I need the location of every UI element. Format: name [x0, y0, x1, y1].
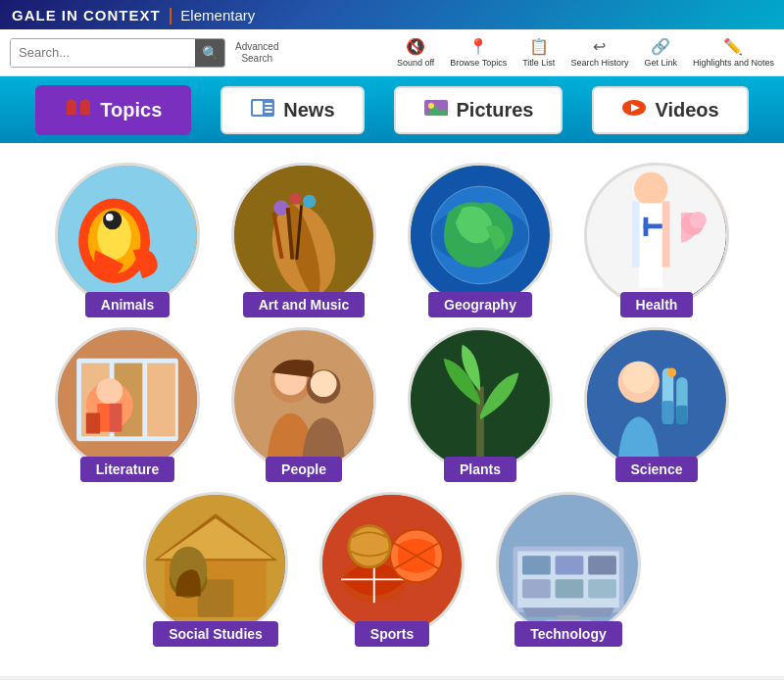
advanced-search-link[interactable]: AdvancedSearch — [235, 41, 278, 65]
technology-circle — [496, 492, 641, 637]
sound-off-label: Sound off — [397, 58, 434, 68]
toolbar-actions: 🔇 Sound off 📍 Browse Topics 📋 Title List… — [397, 37, 774, 68]
svg-rect-66 — [676, 406, 688, 424]
tab-videos[interactable]: Videos — [592, 86, 748, 134]
svg-point-62 — [622, 362, 655, 394]
search-input[interactable] — [11, 39, 195, 67]
svg-point-35 — [634, 172, 668, 207]
svg-rect-36 — [639, 203, 662, 268]
svg-point-19 — [106, 214, 114, 221]
topics-tab-icon — [65, 97, 92, 123]
browse-topics-icon: 📍 — [468, 37, 488, 56]
app-subtitle: Elementary — [180, 7, 255, 24]
sports-circle — [319, 492, 465, 637]
technology-label: Technology — [514, 621, 622, 647]
pictures-tab-icon — [423, 98, 449, 122]
nav-tabs: Topics News Pictures — [0, 76, 784, 143]
topic-health[interactable]: Health — [578, 163, 735, 317]
svg-rect-91 — [522, 579, 551, 598]
svg-rect-90 — [588, 556, 616, 574]
topic-people[interactable]: People — [225, 327, 382, 482]
svg-point-49 — [96, 378, 122, 405]
browse-topics-button[interactable]: 📍 Browse Topics — [450, 37, 507, 68]
app-logo: GALE IN CONTEXT | Elementary — [12, 5, 255, 25]
topic-sports[interactable]: Sports — [314, 492, 470, 647]
topics-row-1: Animals Art and Music — [29, 163, 755, 317]
svg-rect-7 — [265, 107, 272, 109]
svg-rect-8 — [265, 111, 272, 113]
topic-animals[interactable]: Animals — [49, 163, 206, 317]
search-container: 🔍 — [10, 38, 225, 68]
tab-news[interactable]: News — [220, 86, 364, 134]
art-label: Art and Music — [243, 292, 366, 317]
browse-topics-label: Browse Topics — [450, 58, 507, 68]
science-label: Science — [615, 457, 699, 482]
plants-label: Plants — [444, 457, 516, 482]
topics-tab-label: Topics — [100, 99, 162, 121]
topic-social[interactable]: Social Studies — [137, 492, 294, 647]
topic-science[interactable]: Science — [578, 327, 735, 482]
svg-point-25 — [303, 195, 316, 208]
sound-off-icon: 🔇 — [406, 37, 425, 56]
tab-pictures[interactable]: Pictures — [394, 86, 564, 134]
literature-label: Literature — [80, 457, 175, 482]
art-circle — [231, 163, 376, 308]
svg-rect-88 — [522, 556, 551, 574]
svg-rect-89 — [556, 556, 584, 574]
search-history-label: Search History — [570, 58, 628, 68]
svg-rect-51 — [86, 413, 100, 433]
geography-label: Geography — [428, 292, 532, 317]
brand-name: GALE IN CONTEXT — [12, 7, 161, 24]
search-button[interactable]: 🔍 — [195, 38, 224, 68]
topics-grid: Animals Art and Music — [0, 143, 784, 676]
svg-rect-92 — [556, 579, 584, 598]
svg-point-24 — [290, 193, 302, 205]
science-circle — [584, 327, 729, 472]
geography-circle — [408, 163, 553, 308]
get-link-button[interactable]: 🔗 Get Link — [644, 37, 677, 68]
highlights-notes-icon: ✏️ — [723, 37, 743, 56]
topic-plants[interactable]: Plants — [402, 327, 559, 482]
svg-point-18 — [103, 211, 122, 229]
title-list-label: Title List — [522, 58, 555, 68]
people-circle — [231, 327, 376, 472]
news-tab-label: News — [283, 99, 334, 121]
title-list-button[interactable]: 📋 Title List — [522, 37, 555, 68]
videos-tab-label: Videos — [655, 99, 718, 121]
toolbar: 🔍 AdvancedSearch 🔇 Sound off 📍 Browse To… — [0, 29, 784, 76]
svg-rect-64 — [662, 401, 674, 424]
animals-circle — [55, 163, 200, 308]
health-label: Health — [620, 292, 694, 317]
plants-circle — [408, 327, 553, 472]
highlights-notes-button[interactable]: ✏️ Highlights and Notes — [693, 37, 774, 68]
svg-point-2 — [69, 99, 74, 105]
people-label: People — [266, 457, 342, 482]
topic-technology[interactable]: Technology — [490, 492, 647, 647]
topics-row-2: Literature People — [29, 327, 755, 482]
svg-rect-5 — [253, 101, 263, 115]
topic-literature[interactable]: Literature — [49, 327, 206, 482]
topic-geography[interactable]: Geography — [402, 163, 559, 317]
sports-label: Sports — [355, 621, 429, 647]
search-history-icon: ↩ — [593, 37, 606, 56]
svg-rect-6 — [265, 103, 272, 105]
svg-point-67 — [667, 367, 677, 377]
search-history-button[interactable]: ↩ Search History — [570, 37, 628, 68]
topics-row-3: Social Studies — [29, 492, 755, 656]
tab-topics[interactable]: Topics — [35, 85, 191, 135]
social-label: Social Studies — [153, 621, 278, 647]
health-circle — [584, 163, 729, 308]
svg-point-10 — [428, 103, 434, 109]
svg-point-57 — [311, 370, 337, 397]
highlights-notes-label: Highlights and Notes — [693, 58, 774, 68]
literature-circle — [55, 327, 200, 472]
sound-off-button[interactable]: 🔇 Sound off — [397, 37, 434, 68]
svg-rect-47 — [147, 364, 175, 437]
get-link-icon: 🔗 — [651, 37, 670, 56]
title-list-icon: 📋 — [529, 37, 549, 56]
animals-label: Animals — [85, 292, 170, 317]
topic-art[interactable]: Art and Music — [225, 163, 382, 317]
svg-point-3 — [82, 99, 88, 105]
get-link-label: Get Link — [644, 58, 677, 68]
svg-point-40 — [690, 212, 707, 228]
